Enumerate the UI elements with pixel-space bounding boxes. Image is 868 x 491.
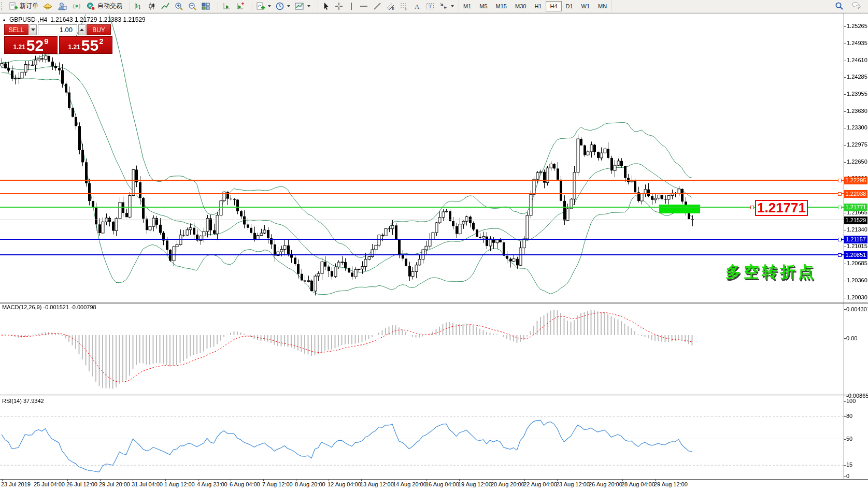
horizontal-line-button[interactable] xyxy=(358,1,370,11)
publish-button[interactable] xyxy=(55,1,69,11)
templates-button[interactable] xyxy=(293,1,312,11)
price-annotation-box[interactable]: 1.21771 xyxy=(755,200,808,216)
chart-shift-button[interactable] xyxy=(234,1,246,11)
horizontal-level-line[interactable] xyxy=(0,239,844,240)
trendline-button[interactable] xyxy=(371,1,383,11)
sell-price-box[interactable]: 1.21529 xyxy=(4,36,58,54)
line-handle[interactable] xyxy=(838,192,842,196)
panel-separator[interactable] xyxy=(0,396,868,396)
rsi-tick xyxy=(844,439,846,440)
chat-button[interactable] xyxy=(849,1,863,11)
line-handle[interactable] xyxy=(838,253,842,257)
market-watch-button[interactable] xyxy=(41,1,54,11)
price-axis-tag: 1.22038 xyxy=(844,190,867,198)
timeframe-h4[interactable]: H4 xyxy=(546,1,561,11)
timeframe-m5[interactable]: M5 xyxy=(475,1,491,11)
text-label-icon: T xyxy=(425,2,435,11)
timeframe-mn[interactable]: MN xyxy=(594,1,611,11)
price-tick xyxy=(844,44,846,44)
horizontal-level-line[interactable] xyxy=(0,180,844,181)
horizontal-level-line[interactable] xyxy=(0,220,844,220)
price-tick-label: 1.24935 xyxy=(847,40,867,46)
line-handle[interactable] xyxy=(838,206,842,209)
highlight-rectangle[interactable] xyxy=(659,205,700,213)
timeframe-m15[interactable]: M15 xyxy=(492,1,511,11)
crosshair-icon xyxy=(334,2,344,11)
volume-input[interactable] xyxy=(38,24,77,35)
turning-point-note[interactable]: 多空转折点 xyxy=(725,262,816,283)
buy-price-box[interactable]: 1.21552 xyxy=(59,36,112,54)
horizontal-level-line[interactable] xyxy=(0,254,844,255)
timeframe-d1[interactable]: D1 xyxy=(562,1,577,11)
time-axis-line xyxy=(0,479,868,480)
price-tick-label: 1.20685 xyxy=(847,260,867,266)
text-label-button[interactable]: T xyxy=(424,1,436,11)
new-order-label: 新订单 xyxy=(20,2,38,10)
cursor-button[interactable] xyxy=(320,1,332,11)
timeframe-w1[interactable]: W1 xyxy=(577,1,594,11)
chat-icon xyxy=(851,2,861,11)
rsi-axis-label: 50 xyxy=(846,436,852,442)
timeframe-h1[interactable]: H1 xyxy=(530,1,546,11)
fibonacci-button[interactable]: F xyxy=(398,1,410,11)
volume-decrease-button[interactable] xyxy=(30,24,37,35)
time-axis-label: 25 Jul 04:00 xyxy=(34,481,65,487)
autotrading-button[interactable]: 自动交易 xyxy=(84,1,124,11)
line-handle[interactable] xyxy=(838,238,842,241)
arrow-objects-button[interactable] xyxy=(437,1,456,11)
signals-button[interactable] xyxy=(70,1,83,11)
line-chart-button[interactable] xyxy=(159,1,172,11)
crosshair-button[interactable] xyxy=(333,1,345,11)
equidistant-channel-button[interactable]: E xyxy=(385,1,397,11)
text-button[interactable]: A xyxy=(411,1,423,11)
volume-increase-button[interactable] xyxy=(78,24,86,35)
zoom-out-button[interactable] xyxy=(186,1,198,11)
buy-price-sup: 2 xyxy=(99,37,103,46)
zoom-out-icon xyxy=(188,2,197,11)
sell-button[interactable]: SELL xyxy=(4,24,29,35)
price-tick-label: 1.23630 xyxy=(847,108,867,114)
bar-chart-button[interactable] xyxy=(132,1,145,11)
macd-tick xyxy=(844,309,846,310)
price-tick xyxy=(844,145,846,146)
time-axis-label: 13 Aug 12:00 xyxy=(360,481,394,487)
macd-axis-label: 0.004301 xyxy=(846,306,868,312)
market-watch-icon xyxy=(42,2,53,11)
tile-windows-button[interactable] xyxy=(200,1,212,11)
price-tick xyxy=(844,111,846,112)
auto-scroll-button[interactable] xyxy=(220,1,233,11)
horizontal-level-line[interactable] xyxy=(0,193,844,194)
price-chart-canvas[interactable] xyxy=(0,15,844,303)
zoom-in-button[interactable] xyxy=(173,1,185,11)
price-tick-label: 1.22975 xyxy=(847,141,867,148)
panel-separator[interactable] xyxy=(0,303,868,304)
time-axis-label: 22 Aug 04:00 xyxy=(523,481,557,487)
macd-tick xyxy=(844,396,846,396)
timeframe-m30[interactable]: M30 xyxy=(511,1,530,11)
line-handle[interactable] xyxy=(750,206,754,209)
price-tick xyxy=(844,213,846,213)
time-axis-label: 16 Aug 04:00 xyxy=(425,481,459,487)
macd-canvas[interactable] xyxy=(0,304,844,395)
toolbar-separator xyxy=(214,2,218,11)
price-tick xyxy=(844,264,846,264)
periods-button[interactable] xyxy=(274,1,292,11)
price-axis-tag: 1.21157 xyxy=(844,236,867,243)
horizontal-level-line[interactable] xyxy=(0,207,844,208)
zoom-in-icon xyxy=(174,2,183,11)
chart-shift-icon xyxy=(235,2,245,11)
line-handle[interactable] xyxy=(838,179,842,182)
vertical-line-button[interactable] xyxy=(346,1,357,11)
indicators-button[interactable] xyxy=(254,1,273,11)
rsi-tick xyxy=(844,401,846,402)
rsi-axis-label: 80 xyxy=(846,413,852,419)
timeframe-m1[interactable]: M1 xyxy=(459,1,475,11)
window-divider xyxy=(0,13,868,13)
rsi-canvas[interactable] xyxy=(0,396,844,479)
time-axis-label: 14 Aug 20:00 xyxy=(393,481,426,487)
collapse-icon[interactable]: ▲ xyxy=(2,18,6,22)
new-order-button[interactable]: 新订单 xyxy=(7,1,40,11)
candlestick-chart-button[interactable] xyxy=(146,1,158,11)
buy-button[interactable]: BUY xyxy=(87,24,111,35)
search-button[interactable] xyxy=(833,1,845,11)
